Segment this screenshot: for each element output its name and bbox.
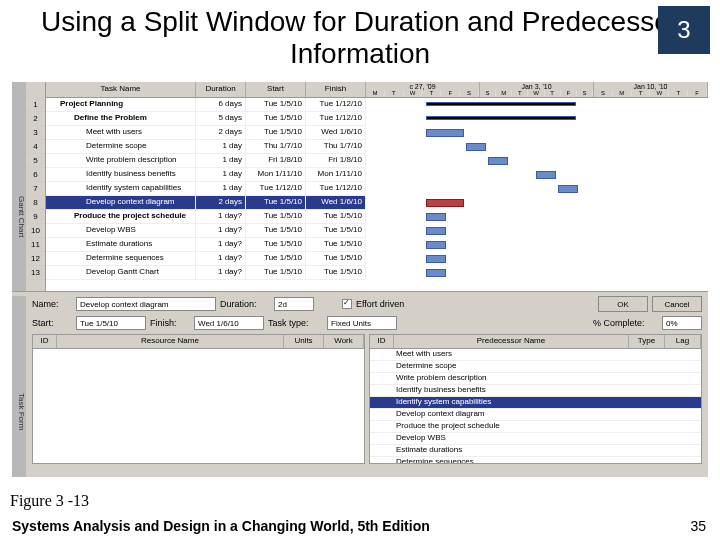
figure-label: Figure 3 -13	[10, 492, 89, 510]
task-start-input[interactable]	[76, 316, 146, 330]
label-finish: Finish:	[150, 318, 190, 328]
gantt-bar	[426, 241, 446, 249]
predecessor-row[interactable]: Produce the project schedule	[370, 421, 701, 433]
predecessor-row[interactable]: Meet with users	[370, 349, 701, 361]
gantt-bar	[536, 171, 556, 179]
gantt-bars-area	[366, 98, 708, 292]
gantt-bar	[558, 185, 578, 193]
label-duration: Duration:	[220, 299, 270, 309]
col-pred-id[interactable]: ID	[370, 335, 394, 348]
predecessor-row[interactable]: Estimate durations	[370, 445, 701, 457]
task-row[interactable]: Write problem description1 dayFri 1/8/10…	[46, 154, 366, 168]
gantt-bar	[426, 269, 446, 277]
predecessor-row[interactable]: Determine scope	[370, 361, 701, 373]
gantt-bar	[466, 143, 486, 151]
label-effort-driven: Effort driven	[356, 299, 404, 309]
gantt-bar-selected	[426, 199, 464, 207]
gantt-bar	[488, 157, 508, 165]
slide-footer: Systems Analysis and Design in a Changin…	[12, 518, 430, 534]
pct-complete-input[interactable]	[662, 316, 702, 330]
col-pred-lag[interactable]: Lag	[665, 335, 701, 348]
predecessor-row[interactable]: Develop WBS	[370, 433, 701, 445]
col-res-units[interactable]: Units	[284, 335, 324, 348]
gantt-chart[interactable]: c 27, '09MTWTFS Jan 3, '10SMTWTFS Jan 10…	[366, 82, 708, 291]
col-res-name[interactable]: Resource Name	[57, 335, 284, 348]
task-row[interactable]: Produce the project schedule1 day?Tue 1/…	[46, 210, 366, 224]
ok-button[interactable]: OK	[598, 296, 648, 312]
task-table-header: Task Name Duration Start Finish	[46, 82, 366, 98]
slide-title: Using a Split Window for Duration and Pr…	[0, 0, 720, 72]
row-header-column: 12345678910111213	[26, 82, 46, 291]
msproject-window: Gantt Chart 12345678910111213 Task Name …	[12, 82, 708, 477]
task-type-select[interactable]	[327, 316, 397, 330]
task-row[interactable]: Define the Problem5 daysTue 1/5/10Tue 1/…	[46, 112, 366, 126]
task-row[interactable]: Develop context diagram2 daysTue 1/5/10W…	[46, 196, 366, 210]
task-table[interactable]: Task Name Duration Start Finish Project …	[46, 82, 366, 291]
gantt-bar	[426, 213, 446, 221]
predecessor-row[interactable]: Identify business benefits	[370, 385, 701, 397]
task-row[interactable]: Meet with users2 daysTue 1/5/10Wed 1/6/1…	[46, 126, 366, 140]
cancel-button[interactable]: Cancel	[652, 296, 702, 312]
col-pred-name[interactable]: Predecessor Name	[394, 335, 629, 348]
gantt-pane[interactable]: Gantt Chart 12345678910111213 Task Name …	[12, 82, 708, 292]
predecessor-table[interactable]: ID Predecessor Name Type Lag Meet with u…	[369, 334, 702, 464]
label-tasktype: Task type:	[268, 318, 323, 328]
task-finish-input[interactable]	[194, 316, 264, 330]
predecessor-row[interactable]: Write problem description	[370, 373, 701, 385]
predecessor-row[interactable]: Identify system capabilities	[370, 397, 701, 409]
task-row[interactable]: Determine scope1 dayThu 1/7/10Thu 1/7/10	[46, 140, 366, 154]
gantt-bar	[426, 129, 464, 137]
col-task-name[interactable]: Task Name	[46, 82, 196, 97]
task-row[interactable]: Develop Gantt Chart1 day?Tue 1/5/10Tue 1…	[46, 266, 366, 280]
col-duration[interactable]: Duration	[196, 82, 246, 97]
task-duration-input[interactable]	[274, 297, 314, 311]
task-form-pane[interactable]: Task Form Name: Duration: Effort driven …	[12, 292, 708, 477]
task-row[interactable]: Project Planning6 daysTue 1/5/10Tue 1/12…	[46, 98, 366, 112]
task-name-input[interactable]	[76, 297, 216, 311]
gantt-timescale: c 27, '09MTWTFS Jan 3, '10SMTWTFS Jan 10…	[366, 82, 708, 98]
predecessor-row[interactable]: Determine sequences	[370, 457, 701, 463]
task-row[interactable]: Develop WBS1 day?Tue 1/5/10Tue 1/5/10	[46, 224, 366, 238]
col-finish[interactable]: Finish	[306, 82, 366, 97]
page-number: 35	[690, 518, 706, 534]
col-start[interactable]: Start	[246, 82, 306, 97]
gantt-bar	[426, 255, 446, 263]
col-res-work[interactable]: Work	[324, 335, 364, 348]
bottom-sidebar-label: Task Form	[12, 296, 26, 477]
label-start: Start:	[32, 318, 72, 328]
task-row[interactable]: Estimate durations1 day?Tue 1/5/10Tue 1/…	[46, 238, 366, 252]
col-pred-type[interactable]: Type	[629, 335, 665, 348]
predecessor-row[interactable]: Develop context diagram	[370, 409, 701, 421]
gantt-bar	[426, 227, 446, 235]
gantt-bar	[426, 116, 576, 120]
top-sidebar-label: Gantt Chart	[12, 82, 26, 291]
task-row[interactable]: Determine sequences1 day?Tue 1/5/10Tue 1…	[46, 252, 366, 266]
gantt-bar	[426, 102, 576, 106]
chapter-badge: 3	[658, 6, 710, 54]
label-pct: % Complete:	[593, 318, 658, 328]
label-name: Name:	[32, 299, 72, 309]
effort-driven-checkbox[interactable]	[342, 299, 352, 309]
col-res-id[interactable]: ID	[33, 335, 57, 348]
task-row[interactable]: Identify business benefits1 dayMon 1/11/…	[46, 168, 366, 182]
resource-table[interactable]: ID Resource Name Units Work	[32, 334, 365, 464]
task-row[interactable]: Identify system capabilities1 dayTue 1/1…	[46, 182, 366, 196]
